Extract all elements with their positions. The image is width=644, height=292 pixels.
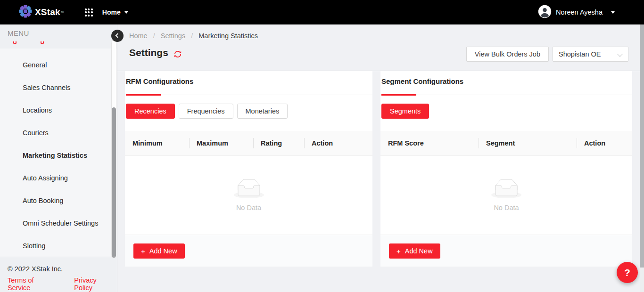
- store-select-value: Shopistan OE: [559, 50, 601, 58]
- table-footer: + Add New: [380, 235, 632, 267]
- table-header-row: Minimum Maximum Rating Action: [125, 131, 372, 156]
- panel-rule-active: [126, 94, 161, 96]
- sidebar: MENU General Sales Channels Locations Co…: [0, 24, 117, 292]
- refresh-icon[interactable]: [173, 50, 182, 58]
- sidebar-scrollbar[interactable]: [111, 40, 116, 258]
- help-button[interactable]: ?: [617, 262, 638, 283]
- rfm-configurations-panel: RFM Configurations Recencies Frequencies…: [125, 71, 372, 267]
- breadcrumb-current: Marketing Statistics: [198, 32, 258, 40]
- avatar: [538, 5, 552, 20]
- table-header-row: RFM Score Segment Action: [380, 131, 632, 156]
- panel-rule: [380, 95, 632, 95]
- breadcrumb-separator: /: [191, 32, 193, 40]
- user-name: Noreen Ayesha: [556, 8, 603, 16]
- breadcrumb-settings[interactable]: Settings: [161, 32, 185, 40]
- column-header-action: Action: [577, 131, 632, 155]
- privacy-policy-link[interactable]: Privacy Policy: [74, 276, 109, 292]
- main-content: Home / Settings / Marketing Statistics S…: [117, 24, 644, 292]
- brand-logo[interactable]: XStak ™: [19, 5, 64, 20]
- sidebar-scrollbar-thumb[interactable]: [112, 107, 116, 258]
- sidebar-item-couriers[interactable]: Couriers: [0, 122, 117, 144]
- segment-configurations-panel: Segment Configurations Segments RFM Scor…: [380, 71, 632, 267]
- brand-name: XStak: [35, 7, 60, 17]
- tab-recencies[interactable]: Recencies: [126, 104, 175, 119]
- sidebar-item-sales-channels[interactable]: Sales Channels: [0, 76, 117, 99]
- segment-table: RFM Score Segment Action: [380, 131, 632, 267]
- topnav-home[interactable]: Home: [102, 8, 128, 16]
- breadcrumb-separator: /: [153, 32, 155, 40]
- column-header-rfm-score: RFM Score: [380, 131, 479, 155]
- sidebar-footer: © 2022 XStak Inc. Terms of Service Priva…: [0, 257, 117, 292]
- sidebar-item-auto-booking[interactable]: Auto Booking: [0, 189, 117, 212]
- view-bulk-orders-job-button[interactable]: View Bulk Orders Job: [466, 47, 549, 62]
- empty-box-icon: [491, 179, 521, 200]
- topnav-home-label: Home: [102, 8, 121, 16]
- segment-tabs: Segments: [381, 104, 433, 119]
- app-grid-icon[interactable]: [85, 8, 93, 16]
- topbar: XStak ™ Home Noreen Ayesha: [0, 0, 644, 24]
- add-new-label: Add New: [405, 247, 433, 255]
- plus-icon: +: [141, 247, 145, 255]
- sidebar-item-general[interactable]: General: [0, 54, 117, 76]
- panel-rule-active: [381, 94, 416, 96]
- add-new-recency-button[interactable]: + Add New: [133, 243, 185, 259]
- sidebar-item-auto-assigning[interactable]: Auto Assigning: [0, 167, 117, 189]
- tab-frequencies[interactable]: Frequencies: [179, 104, 233, 119]
- tab-monetaries[interactable]: Monetaries: [237, 104, 288, 119]
- empty-text: No Data: [236, 204, 261, 211]
- sidebar-item-marketing-statistics[interactable]: Marketing Statistics: [0, 144, 117, 167]
- add-new-segment-button[interactable]: + Add New: [389, 243, 440, 259]
- store-select[interactable]: Shopistan OE: [553, 47, 628, 62]
- chevron-down-icon: [617, 51, 622, 57]
- empty-state: No Data: [380, 156, 632, 235]
- empty-box-icon: [234, 179, 264, 200]
- rfm-tabs: Recencies Frequencies Monetaries: [126, 104, 291, 119]
- copyright-text: © 2022 XStak Inc.: [8, 265, 109, 273]
- chevron-down-icon: [124, 11, 128, 14]
- page-scrollbar-thumb[interactable]: [640, 24, 644, 268]
- table-footer: + Add New: [125, 235, 372, 267]
- sidebar-menu-label: MENU: [8, 29, 29, 37]
- breadcrumb-home[interactable]: Home: [129, 32, 148, 40]
- column-header-maximum: Maximum: [189, 131, 253, 155]
- user-menu[interactable]: Noreen Ayesha: [538, 0, 615, 24]
- sidebar-menu-list: General Sales Channels Locations Courier…: [0, 49, 117, 257]
- app-window: XStak ™ Home Noreen Ayesha MENU: [0, 0, 644, 292]
- page-scrollbar[interactable]: [640, 24, 644, 292]
- panel-title: RFM Configurations: [126, 77, 193, 85]
- page-title: Settings: [129, 47, 168, 58]
- panel-title: Segment Configurations: [381, 77, 463, 85]
- column-header-segment: Segment: [479, 131, 577, 155]
- chevron-left-icon: [116, 33, 120, 38]
- xstak-logo-icon: [19, 5, 32, 20]
- empty-state: No Data: [125, 156, 372, 235]
- column-header-minimum: Minimum: [125, 131, 189, 155]
- chevron-down-icon: [611, 11, 615, 14]
- add-new-label: Add New: [149, 247, 177, 255]
- breadcrumb: Home / Settings / Marketing Statistics: [129, 32, 258, 40]
- rfm-table: Minimum Maximum Rating Action: [125, 131, 372, 267]
- sidebar-item-locations[interactable]: Locations: [0, 99, 117, 122]
- sidebar-item-omni-scheduler-settings[interactable]: Omni Scheduler Settings: [0, 212, 117, 235]
- plus-icon: +: [396, 247, 401, 255]
- sidebar-item-clipped[interactable]: [13, 41, 98, 46]
- column-header-rating: Rating: [253, 131, 304, 155]
- brand-trademark: ™: [61, 11, 64, 14]
- empty-text: No Data: [494, 204, 519, 211]
- terms-of-service-link[interactable]: Terms of Service: [8, 276, 50, 292]
- tab-segments[interactable]: Segments: [381, 104, 429, 119]
- back-button[interactable]: [111, 30, 124, 42]
- panel-rule: [125, 95, 372, 95]
- column-header-action: Action: [304, 131, 372, 155]
- sidebar-item-slotting[interactable]: Slotting: [0, 235, 117, 257]
